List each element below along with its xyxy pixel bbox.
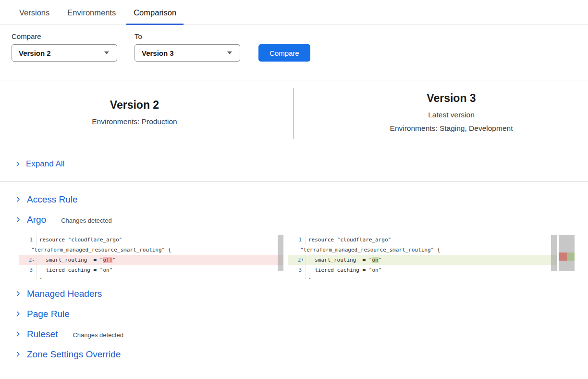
chevron-right-icon xyxy=(14,290,22,297)
compare-bar: Compare Version 2 To Version 3 Compare xyxy=(12,32,576,62)
compare-to-label: To xyxy=(135,32,240,40)
chevron-right-icon xyxy=(14,330,22,338)
section-label: Managed Headers xyxy=(27,289,102,299)
version-left-environments: Environments: Production xyxy=(0,115,269,128)
scrollbar[interactable] xyxy=(551,235,557,271)
changes-detected-badge: Changes detected xyxy=(73,330,123,339)
code-line: 1 resource "cloudflare_argo" xyxy=(288,235,557,245)
version-headers: Version 2 Environments: Production Versi… xyxy=(0,80,588,146)
line-number: 1 xyxy=(19,235,37,245)
code-line-clipped: } xyxy=(19,275,283,279)
diff-overview-marker xyxy=(559,253,575,261)
line-number xyxy=(19,275,37,279)
removed-marker xyxy=(559,253,567,261)
compare-to-select[interactable]: Version 3 xyxy=(135,44,240,62)
diff-panel-right: 1 resource "cloudflare_argo" "terraform_… xyxy=(288,235,557,279)
added-word-highlight: on xyxy=(372,257,378,263)
code-text: smart_routing = "off" xyxy=(37,255,283,265)
diff-overview-ruler[interactable] xyxy=(559,235,575,271)
compare-from-field: Compare Version 2 xyxy=(12,32,117,62)
version-right-header: Version 3 Latest version Environments: S… xyxy=(293,92,588,135)
chevron-right-icon xyxy=(14,351,22,358)
tab-versions[interactable]: Versions xyxy=(19,8,49,25)
code-text: "terraform_managed_resource_smart_routin… xyxy=(19,245,283,255)
code-line-wrap: "terraform_managed_resource_smart_routin… xyxy=(19,245,283,255)
expand-all-label: Expand All xyxy=(26,159,64,169)
section-label: Argo xyxy=(27,215,46,225)
compare-button[interactable]: Compare xyxy=(258,44,310,62)
expand-all-button[interactable]: Expand All xyxy=(0,146,588,182)
code-text: } xyxy=(306,275,557,279)
line-number: 3 xyxy=(19,265,37,275)
scrollbar[interactable] xyxy=(278,235,283,271)
section-label: Access Rule xyxy=(27,194,78,205)
chevron-down-icon xyxy=(227,51,232,54)
compare-from-label: Compare xyxy=(12,32,117,40)
version-left-header: Version 2 Environments: Production xyxy=(0,99,293,128)
code-line-added: 2+ smart_routing = "on" xyxy=(288,255,557,265)
version-right-latest-label: Latest version xyxy=(315,108,588,122)
section-label: Zone Settings Override xyxy=(27,349,121,360)
chevron-down-icon xyxy=(104,51,109,54)
added-marker xyxy=(567,253,575,261)
code-text: } xyxy=(37,275,283,279)
compare-to-field: To Version 3 xyxy=(135,32,240,62)
section-page-rule[interactable]: Page Rule xyxy=(14,309,588,319)
chevron-right-icon xyxy=(14,161,21,167)
tab-environments[interactable]: Environments xyxy=(67,8,116,25)
code-line-removed: 2- smart_routing = "off" xyxy=(19,255,283,265)
section-label: Ruleset xyxy=(27,329,58,340)
section-argo[interactable]: Argo Changes detected xyxy=(14,215,588,225)
compare-to-value: Version 3 xyxy=(142,49,174,57)
code-text: "terraform_managed_resource_smart_routin… xyxy=(288,245,557,255)
section-label: Page Rule xyxy=(27,309,70,319)
chevron-right-icon xyxy=(14,216,22,223)
chevron-right-icon xyxy=(14,310,22,317)
line-number xyxy=(288,275,306,279)
code-text: tiered_caching = "on" xyxy=(37,265,283,275)
vertical-divider xyxy=(293,88,294,139)
section-zone-settings-override[interactable]: Zone Settings Override xyxy=(14,349,588,360)
code-line-wrap: "terraform_managed_resource_smart_routin… xyxy=(288,245,557,255)
compare-from-select[interactable]: Version 2 xyxy=(12,44,117,62)
tab-comparison[interactable]: Comparison xyxy=(134,8,176,25)
code-text: tiered_caching = "on" xyxy=(306,265,557,275)
code-text: smart_routing = "on" xyxy=(306,255,557,265)
line-number-removed: 2- xyxy=(19,255,37,265)
chevron-right-icon xyxy=(14,196,22,203)
version-right-environments: Environments: Staging, Development xyxy=(315,122,588,135)
compare-from-value: Version 2 xyxy=(19,49,51,57)
line-number: 1 xyxy=(288,235,306,245)
removed-word-highlight: off xyxy=(103,257,112,263)
code-line: 1 resource "cloudflare_argo" xyxy=(19,235,283,245)
version-right-title: Version 3 xyxy=(315,92,588,105)
section-access-rule[interactable]: Access Rule xyxy=(14,194,588,205)
code-text: resource "cloudflare_argo" xyxy=(37,235,283,245)
line-number: 3 xyxy=(288,265,306,275)
code-text: resource "cloudflare_argo" xyxy=(306,235,557,245)
code-line: 3 tiered_caching = "on" xyxy=(288,265,557,275)
argo-diff: 1 resource "cloudflare_argo" "terraform_… xyxy=(19,235,588,279)
diff-panel-left: 1 resource "cloudflare_argo" "terraform_… xyxy=(19,235,283,279)
section-ruleset[interactable]: Ruleset Changes detected xyxy=(14,329,588,340)
code-line-clipped: } xyxy=(288,275,557,279)
changes-detected-badge: Changes detected xyxy=(61,215,112,224)
version-left-title: Version 2 xyxy=(0,99,269,112)
section-managed-headers[interactable]: Managed Headers xyxy=(14,289,588,299)
code-line: 3 tiered_caching = "on" xyxy=(19,265,283,275)
tab-bar: Versions Environments Comparison xyxy=(0,0,588,25)
line-number-added: 2+ xyxy=(288,255,306,265)
